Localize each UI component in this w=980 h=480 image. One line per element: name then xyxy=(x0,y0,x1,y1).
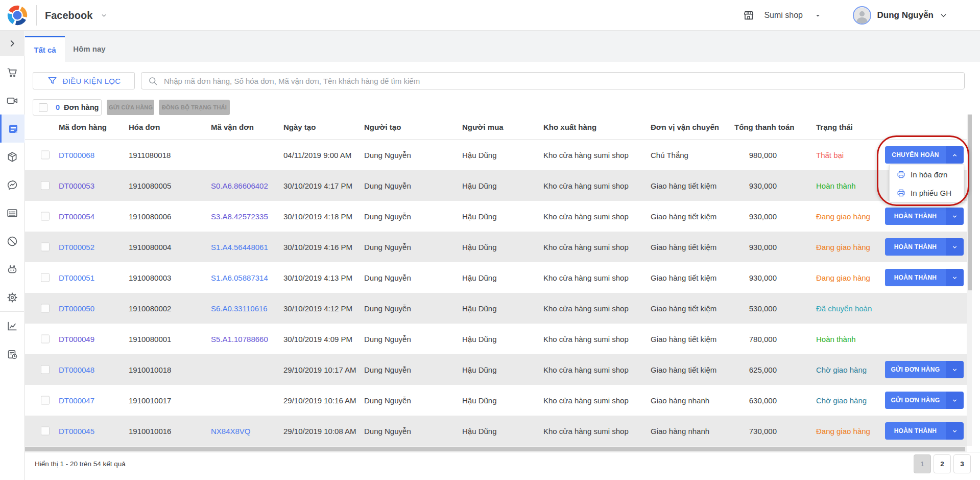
table-row: DT0000521910080004S1.A4.5644806130/10/20… xyxy=(25,232,967,262)
print-shipping-slip-menu-item[interactable]: In phiếu GH xyxy=(890,184,964,202)
row-checkbox[interactable] xyxy=(41,273,50,282)
sidebar-item-products[interactable] xyxy=(0,143,25,171)
status-label: Thất bại xyxy=(816,151,844,159)
vertical-scrollbar-thumb[interactable] xyxy=(968,115,972,290)
page-button-3[interactable]: 3 xyxy=(953,454,971,473)
sidebar-item-conversations[interactable] xyxy=(0,171,25,199)
sidebar-item-sales[interactable] xyxy=(0,58,25,86)
order-code-link[interactable]: DT000068 xyxy=(59,151,94,159)
tab-today[interactable]: Hôm nay xyxy=(65,36,114,62)
row-checkbox[interactable] xyxy=(41,243,50,252)
tracking-code-link[interactable]: S0.A6.86606402 xyxy=(211,181,268,190)
sidebar-item-history[interactable] xyxy=(0,340,25,368)
tracking-code-link[interactable]: S6.A0.33110616 xyxy=(211,304,268,313)
avatar xyxy=(853,6,871,25)
filter-button[interactable]: ĐIỀU KIỆN LỌC xyxy=(33,72,135,89)
document-icon xyxy=(7,123,19,135)
row-action-button[interactable]: HOÀN THÀNH xyxy=(885,208,946,225)
send-to-store-button[interactable]: GỬI CỬA HÀNG xyxy=(107,100,154,115)
menu-item-label: In hóa đơn xyxy=(911,170,947,179)
row-checkbox[interactable] xyxy=(41,181,50,190)
row-checkbox[interactable] xyxy=(41,396,50,405)
row-action-button[interactable]: HOÀN THÀNH xyxy=(885,422,946,440)
row-checkbox[interactable] xyxy=(41,151,50,159)
printer-icon xyxy=(896,188,906,198)
order-code-link[interactable]: DT000047 xyxy=(59,396,94,405)
created-date: 29/10/2019 10:08 AM xyxy=(283,427,356,436)
row-checkbox[interactable] xyxy=(41,427,50,436)
select-all-checkbox[interactable] xyxy=(39,103,47,112)
invoice-number: 1910010016 xyxy=(129,427,171,436)
order-code-link[interactable]: DT000050 xyxy=(59,304,94,313)
column-header: Tổng thanh toán xyxy=(734,117,794,140)
tracking-code-link[interactable]: S3.A8.42572335 xyxy=(211,212,268,221)
sidebar-item-settings[interactable] xyxy=(0,283,25,311)
row-action-caret-button[interactable] xyxy=(946,361,964,378)
total-payment: 930,000 xyxy=(734,212,777,221)
row-action-split-button: CHUYỂN HOÀN xyxy=(885,146,964,164)
invoice-number: 1910080005 xyxy=(129,181,171,190)
row-action-button[interactable]: GỬI ĐƠN HÀNG xyxy=(885,361,946,378)
horizontal-scrollbar[interactable] xyxy=(25,446,967,452)
sidebar-item-orders[interactable] xyxy=(0,115,25,143)
row-checkbox[interactable] xyxy=(41,212,50,221)
order-code-link[interactable]: DT000048 xyxy=(59,365,94,374)
warehouse-name: Kho cửa hàng sumi shop xyxy=(543,151,629,159)
row-action-button[interactable]: HOÀN THÀNH xyxy=(885,238,946,256)
caret-down-icon xyxy=(951,397,959,404)
search-input[interactable] xyxy=(141,72,965,89)
order-code-link[interactable]: DT000054 xyxy=(59,212,94,221)
table-row: DT0000531910080005S0.A6.8660640230/10/20… xyxy=(25,170,967,201)
row-action-button[interactable]: GỬI ĐƠN HÀNG xyxy=(885,392,946,409)
order-code-link[interactable]: DT000051 xyxy=(59,273,94,282)
order-code-link[interactable]: DT000045 xyxy=(59,427,94,436)
row-action-button[interactable]: HOÀN THÀNH xyxy=(885,269,946,286)
user-menu[interactable]: Dung Nguyễn xyxy=(853,0,949,31)
channel-label: Facebook xyxy=(45,10,92,21)
sync-status-button[interactable]: ĐỒNG BỘ TRẠNG THÁI xyxy=(159,100,230,115)
sidebar-item-livestream[interactable] xyxy=(0,86,25,115)
robot-icon xyxy=(6,263,18,276)
row-checkbox[interactable] xyxy=(41,304,50,313)
tracking-code-link[interactable]: NX84X8VQ xyxy=(211,427,251,436)
row-action-caret-button[interactable] xyxy=(946,422,964,440)
row-action-split-button: HOÀN THÀNH xyxy=(885,238,964,256)
page-button-1[interactable]: 1 xyxy=(914,454,931,473)
tracking-code-link[interactable]: S1.A4.56448061 xyxy=(211,243,268,252)
row-action-caret-button[interactable] xyxy=(946,238,964,256)
menu-item-label: In phiếu GH xyxy=(911,189,951,197)
row-action-caret-button[interactable] xyxy=(946,392,964,409)
row-action-caret-button[interactable] xyxy=(946,146,964,164)
order-code-link[interactable]: DT000052 xyxy=(59,243,94,252)
sidebar-collapse-toggle[interactable] xyxy=(0,31,25,56)
tracking-code-link[interactable]: S5.A1.10788660 xyxy=(211,335,268,344)
tab-all[interactable]: Tất cả xyxy=(25,36,65,62)
order-code-link[interactable]: DT000049 xyxy=(59,335,94,344)
creator-name: Dung Nguyễn xyxy=(364,273,411,282)
row-checkbox[interactable] xyxy=(41,365,50,374)
order-code-link[interactable]: DT000053 xyxy=(59,181,94,190)
tracking-code-link[interactable]: S1.A6.05887314 xyxy=(211,273,268,282)
sidebar-item-blocked[interactable] xyxy=(0,227,25,255)
channel-selector[interactable]: Facebook xyxy=(45,0,108,31)
print-invoice-menu-item[interactable]: In hóa đơn xyxy=(890,165,964,184)
tab-bar: Tất cả Hôm nay xyxy=(25,31,980,62)
row-action-caret-button[interactable] xyxy=(946,269,964,286)
row-action-button[interactable]: CHUYỂN HOÀN xyxy=(885,146,946,164)
sidebar-item-posts[interactable] xyxy=(0,199,25,227)
video-camera-icon xyxy=(6,95,18,107)
vertical-scrollbar[interactable] xyxy=(967,115,972,446)
funnel-icon xyxy=(47,76,58,86)
created-date: 29/10/2019 10:16 AM xyxy=(283,396,356,405)
table-row: DT0000511910080003S1.A6.0588731430/10/20… xyxy=(25,262,967,293)
sidebar-item-analytics[interactable] xyxy=(0,312,25,340)
row-action-caret-button[interactable] xyxy=(946,208,964,225)
page-button-2[interactable]: 2 xyxy=(934,454,951,473)
shop-name: Sumi shop xyxy=(764,11,803,20)
row-checkbox[interactable] xyxy=(41,335,50,344)
warehouse-name: Kho cửa hàng sumi shop xyxy=(543,427,629,436)
app-logo-icon[interactable] xyxy=(6,4,29,27)
shop-selector[interactable]: Sumi shop xyxy=(743,0,822,31)
sidebar-item-chatbot[interactable] xyxy=(0,255,25,283)
horizontal-scrollbar-thumb[interactable] xyxy=(25,447,965,451)
